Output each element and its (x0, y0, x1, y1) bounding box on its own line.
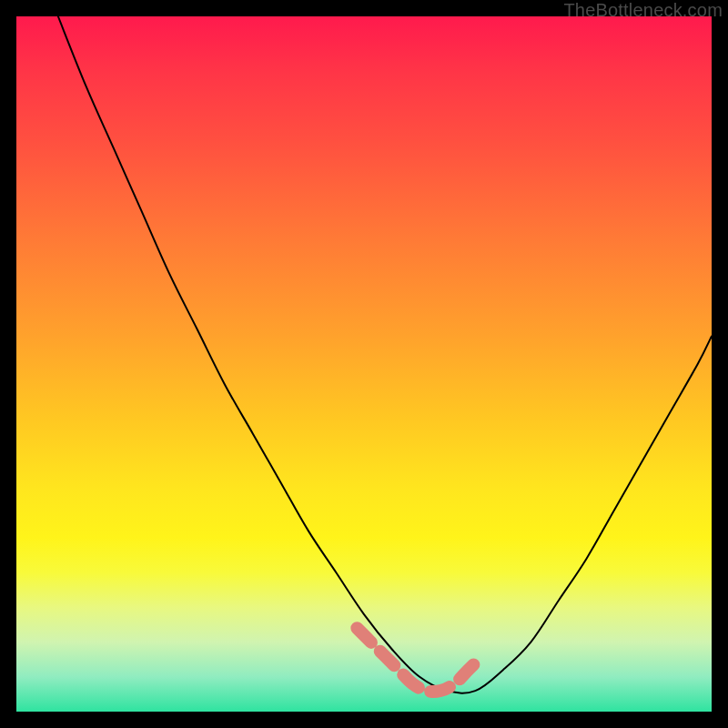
watermark-text: TheBottleneck.com (563, 0, 723, 21)
chart-frame: TheBottleneck.com (0, 0, 728, 728)
minimum-highlight (357, 628, 482, 692)
bottleneck-curve (58, 16, 712, 693)
chart-plot-area (16, 16, 712, 712)
chart-svg (16, 16, 712, 712)
